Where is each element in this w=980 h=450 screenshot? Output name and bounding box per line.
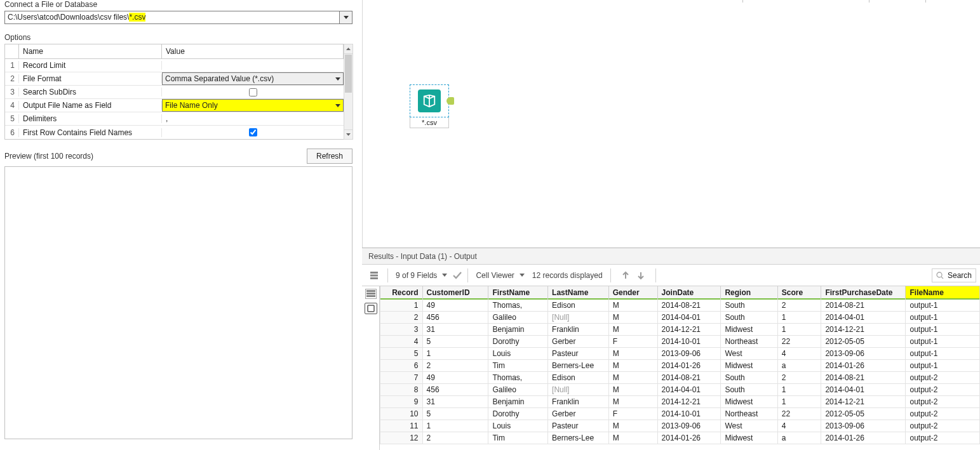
cell-lastname[interactable]: Franklin bbox=[548, 324, 609, 336]
cell-joindate[interactable]: 2014-12-21 bbox=[657, 396, 721, 408]
table-row[interactable]: 62TimBerners-LeeM2014-01-26Midwesta2014-… bbox=[380, 360, 980, 372]
cell-record[interactable]: 10 bbox=[380, 408, 423, 420]
cell-customerid[interactable]: 1 bbox=[422, 348, 488, 360]
cell-record[interactable]: 7 bbox=[380, 372, 423, 384]
cell-gender[interactable]: F bbox=[608, 336, 657, 348]
cell-firstname[interactable]: Dorothy bbox=[488, 336, 548, 348]
cell-lastname[interactable]: Berners-Lee bbox=[548, 432, 609, 444]
cell-record[interactable]: 9 bbox=[380, 396, 423, 408]
cell-lastname[interactable]: [Null] bbox=[548, 384, 609, 396]
cell-filename[interactable]: output-2 bbox=[906, 420, 980, 432]
cell-lastname[interactable]: Gerber bbox=[548, 408, 609, 420]
cell-filename[interactable]: output-2 bbox=[906, 384, 980, 396]
column-header-record[interactable]: Record bbox=[380, 286, 423, 300]
cell-customerid[interactable]: 456 bbox=[422, 384, 488, 396]
cell-score[interactable]: 1 bbox=[777, 312, 821, 324]
cell-gender[interactable]: M bbox=[608, 372, 657, 384]
cell-region[interactable]: South bbox=[721, 372, 777, 384]
cell-joindate[interactable]: 2014-04-01 bbox=[657, 384, 721, 396]
option-file-format-select[interactable]: Comma Separated Value (*.csv) bbox=[162, 72, 344, 85]
scroll-up-icon[interactable] bbox=[344, 44, 352, 54]
results-search-input[interactable]: Search bbox=[932, 268, 976, 282]
cell-filename[interactable]: output-2 bbox=[906, 396, 980, 408]
cell-region[interactable]: West bbox=[721, 420, 777, 432]
cell-customerid[interactable]: 31 bbox=[422, 396, 488, 408]
cell-firstname[interactable]: Thomas, bbox=[488, 300, 548, 312]
cell-firstpurchasedate[interactable]: 2013-09-06 bbox=[821, 348, 906, 360]
table-row[interactable]: 149Thomas,EdisonM2014-08-21South22014-08… bbox=[380, 300, 980, 312]
cell-record[interactable]: 8 bbox=[380, 384, 423, 396]
table-row[interactable]: 931BenjaminFranklinM2014-12-21Midwest120… bbox=[380, 396, 980, 408]
scroll-down-icon[interactable] bbox=[344, 129, 352, 139]
results-view-toggle[interactable] bbox=[365, 289, 377, 299]
option-delimiters-value[interactable]: , bbox=[162, 114, 344, 123]
cell-score[interactable]: 4 bbox=[777, 348, 821, 360]
cell-record[interactable]: 4 bbox=[380, 336, 423, 348]
cell-region[interactable]: Midwest bbox=[721, 360, 777, 372]
cell-firstname[interactable]: Tim bbox=[488, 432, 548, 444]
chevron-down-icon[interactable] bbox=[520, 274, 525, 277]
cell-filename[interactable]: output-2 bbox=[906, 372, 980, 384]
cell-customerid[interactable]: 1 bbox=[422, 420, 488, 432]
table-row[interactable]: 2456Galileo[Null]M2014-04-01South12014-0… bbox=[380, 312, 980, 324]
cell-filename[interactable]: output-1 bbox=[906, 324, 980, 336]
cell-region[interactable]: South bbox=[721, 300, 777, 312]
chevron-down-icon[interactable] bbox=[442, 274, 447, 277]
cell-score[interactable]: 2 bbox=[777, 372, 821, 384]
cell-lastname[interactable]: [Null] bbox=[548, 312, 609, 324]
column-header-firstpurchasedate[interactable]: FirstPurchaseDate bbox=[821, 286, 906, 300]
cell-viewer-label[interactable]: Cell Viewer bbox=[476, 271, 514, 280]
cell-lastname[interactable]: Pasteur bbox=[548, 420, 609, 432]
cell-customerid[interactable]: 2 bbox=[422, 360, 488, 372]
cell-customerid[interactable]: 49 bbox=[422, 300, 488, 312]
cell-filename[interactable]: output-1 bbox=[906, 300, 980, 312]
cell-joindate[interactable]: 2014-04-01 bbox=[657, 312, 721, 324]
cell-filename[interactable]: output-1 bbox=[906, 360, 980, 372]
cell-firstpurchasedate[interactable]: 2012-05-05 bbox=[821, 336, 906, 348]
option-first-row-checkbox[interactable] bbox=[249, 128, 257, 136]
cell-record[interactable]: 1 bbox=[380, 300, 423, 312]
cell-firstname[interactable]: Dorothy bbox=[488, 408, 548, 420]
check-icon[interactable] bbox=[452, 271, 462, 280]
cell-lastname[interactable]: Gerber bbox=[548, 336, 609, 348]
cell-firstname[interactable]: Benjamin bbox=[488, 396, 548, 408]
table-row[interactable]: 122TimBerners-LeeM2014-01-26Midwesta2014… bbox=[380, 432, 980, 444]
cell-joindate[interactable]: 2014-10-01 bbox=[657, 336, 721, 348]
column-header-lastname[interactable]: LastName bbox=[548, 286, 609, 300]
cell-record[interactable]: 12 bbox=[380, 432, 423, 444]
input-data-node[interactable]: *.csv bbox=[410, 84, 449, 128]
cell-record[interactable]: 2 bbox=[380, 312, 423, 324]
cell-firstname[interactable]: Galileo bbox=[488, 312, 548, 324]
cell-score[interactable]: a bbox=[777, 360, 821, 372]
node-output-port[interactable] bbox=[446, 97, 454, 105]
cell-customerid[interactable]: 5 bbox=[422, 408, 488, 420]
column-header-gender[interactable]: Gender bbox=[608, 286, 657, 300]
cell-gender[interactable]: M bbox=[608, 432, 657, 444]
cell-gender[interactable]: M bbox=[608, 396, 657, 408]
scroll-thumb[interactable] bbox=[345, 55, 352, 93]
cell-region[interactable]: South bbox=[721, 312, 777, 324]
cell-firstname[interactable]: Louis bbox=[488, 348, 548, 360]
cell-firstpurchasedate[interactable]: 2014-01-26 bbox=[821, 432, 906, 444]
cell-score[interactable]: 22 bbox=[777, 408, 821, 420]
cell-score[interactable]: 4 bbox=[777, 420, 821, 432]
cell-filename[interactable]: output-2 bbox=[906, 408, 980, 420]
column-header-score[interactable]: Score bbox=[777, 286, 821, 300]
cell-joindate[interactable]: 2013-09-06 bbox=[657, 348, 721, 360]
cell-lastname[interactable]: Edison bbox=[548, 372, 609, 384]
cell-firstpurchasedate[interactable]: 2014-01-26 bbox=[821, 360, 906, 372]
cell-joindate[interactable]: 2013-09-06 bbox=[657, 420, 721, 432]
cell-score[interactable]: 22 bbox=[777, 336, 821, 348]
cell-firstpurchasedate[interactable]: 2012-05-05 bbox=[821, 408, 906, 420]
cell-lastname[interactable]: Edison bbox=[548, 300, 609, 312]
cell-gender[interactable]: M bbox=[608, 324, 657, 336]
cell-region[interactable]: Northeast bbox=[721, 336, 777, 348]
cell-gender[interactable]: M bbox=[608, 348, 657, 360]
cell-gender[interactable]: F bbox=[608, 408, 657, 420]
cell-score[interactable]: 2 bbox=[777, 300, 821, 312]
table-row[interactable]: 749Thomas,EdisonM2014-08-21South22014-08… bbox=[380, 372, 980, 384]
cell-filename[interactable]: output-1 bbox=[906, 312, 980, 324]
table-row[interactable]: 105DorothyGerberF2014-10-01Northeast2220… bbox=[380, 408, 980, 420]
column-header-customerid[interactable]: CustomerID bbox=[422, 286, 488, 300]
cell-firstpurchasedate[interactable]: 2013-09-06 bbox=[821, 420, 906, 432]
